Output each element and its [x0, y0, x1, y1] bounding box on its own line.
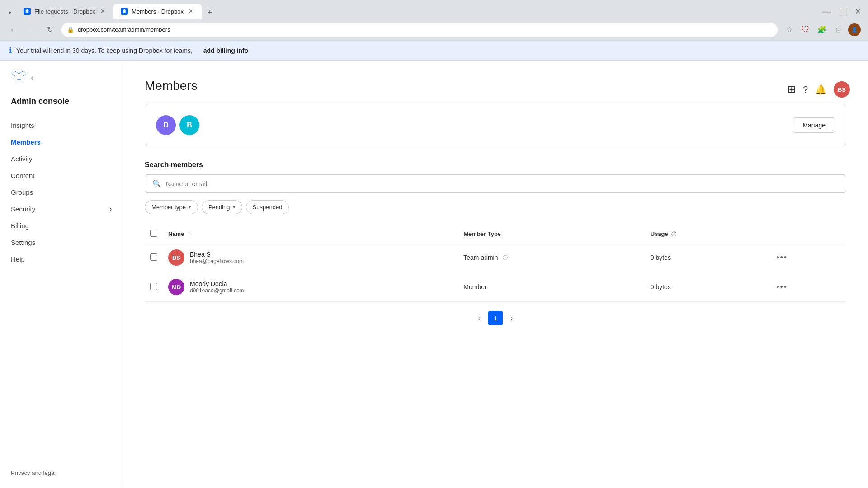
sidebar-item-content[interactable]: Content	[0, 167, 123, 184]
page-title: Members	[145, 79, 846, 93]
pagination-next-button[interactable]: ›	[505, 311, 519, 325]
usage-column-header: Usage ⓘ	[645, 225, 771, 243]
row2-usage: 0 bytes	[651, 283, 671, 291]
pending-chevron-icon: ▾	[233, 204, 236, 210]
sidebar-item-members[interactable]: Members	[0, 134, 123, 150]
forward-button[interactable]: →	[25, 23, 38, 36]
sidebar-item-billing[interactable]: Billing	[0, 217, 123, 234]
tab-favicon-2	[121, 8, 128, 15]
sidebar-toggle-icon[interactable]: ‹	[31, 72, 34, 84]
row1-usage-cell: 0 bytes	[645, 243, 771, 272]
security-label: Security	[11, 205, 35, 213]
row1-member-type: Team admin ⓘ	[463, 254, 640, 261]
member-avatars-list: D B	[156, 115, 199, 135]
suspended-filter-button[interactable]: Suspended	[246, 200, 289, 214]
usage-info-icon[interactable]: ⓘ	[671, 231, 676, 237]
tab-list-button[interactable]: ▾	[4, 6, 16, 19]
settings-label: Settings	[11, 239, 35, 246]
sidebar-item-groups[interactable]: Groups	[0, 184, 123, 201]
select-all-checkbox[interactable]	[150, 230, 157, 237]
groups-label: Groups	[11, 188, 33, 196]
member-avatar-d[interactable]: D	[156, 115, 176, 135]
row1-checkbox-cell	[145, 243, 163, 272]
row1-name-cell: BS Bhea S bhea@pageflows.com	[163, 243, 458, 272]
manage-button[interactable]: Manage	[793, 117, 835, 133]
user-avatar-button[interactable]: BS	[834, 81, 850, 98]
sidebar-item-activity[interactable]: Activity	[0, 150, 123, 167]
trial-message: Your trial will end in 30 days. To keep …	[16, 47, 193, 54]
row2-actions-cell: •••	[771, 272, 846, 302]
dropbox-logo[interactable]: ‹	[11, 70, 112, 86]
notifications-bell-button[interactable]: 🔔	[815, 84, 826, 95]
row2-checkbox-cell	[145, 272, 163, 302]
new-tab-button[interactable]: +	[203, 6, 216, 19]
help-label: Help	[11, 255, 25, 263]
lock-icon: 🔒	[67, 26, 74, 33]
address-icons: ☆ 🛡 🧩 ⊟ 👤	[783, 23, 861, 36]
pagination: ‹ 1 ›	[145, 302, 846, 334]
tab-close-1[interactable]: ✕	[99, 8, 106, 15]
back-button[interactable]: ←	[7, 23, 20, 36]
info-icon: ℹ	[9, 46, 12, 55]
main-content: ⊞ ? 🔔 BS Members D B Manage Search membe…	[123, 61, 868, 485]
row1-member-info: Bhea S bhea@pageflows.com	[190, 251, 244, 264]
filter-row: Member type ▾ Pending ▾ Suspended	[145, 200, 846, 214]
sidebar-item-settings[interactable]: Settings	[0, 234, 123, 251]
row2-name: Moody Deela	[190, 280, 244, 287]
member-avatar-b[interactable]: B	[179, 115, 199, 135]
sidebar-item-insights[interactable]: Insights	[0, 117, 123, 134]
sidebar-item-security[interactable]: Security ›	[0, 201, 123, 217]
close-button[interactable]: ✕	[855, 7, 861, 16]
address-text: dropbox.com/team/admin/members	[78, 26, 170, 33]
pagination-prev-button[interactable]: ‹	[472, 311, 486, 325]
row2-more-button[interactable]: •••	[776, 282, 788, 291]
row1-member-type-info-icon[interactable]: ⓘ	[503, 254, 508, 261]
privacy-legal-link[interactable]: Privacy and legal	[11, 469, 112, 476]
apps-grid-button[interactable]: ⊞	[788, 84, 796, 95]
row1-checkbox[interactable]	[150, 253, 157, 261]
row2-member-type: Member	[463, 283, 640, 291]
reload-button[interactable]: ↻	[43, 23, 56, 36]
tab-bar: ▾ File requests - Dropbox ✕ Members - Dr…	[0, 0, 868, 19]
address-bar-row: ← → ↻ 🔒 dropbox.com/team/admin/members ☆…	[0, 19, 868, 41]
pending-filter-button[interactable]: Pending ▾	[202, 200, 242, 214]
sidebar-logo: ‹	[0, 70, 123, 97]
maximize-button[interactable]: ⬜	[839, 7, 848, 16]
row1-email: bhea@pageflows.com	[190, 258, 244, 264]
search-input[interactable]	[166, 180, 839, 188]
row1-avatar: BS	[168, 249, 184, 266]
split-screen-button[interactable]: ⊟	[832, 23, 844, 36]
row2-member-cell: MD Moody Deela d901eace@gmail.com	[168, 279, 453, 295]
shield-icon[interactable]: 🛡	[799, 23, 812, 36]
member-type-filter-button[interactable]: Member type ▾	[145, 200, 198, 214]
tab-members[interactable]: Members - Dropbox ✕	[113, 4, 202, 19]
table-row: BS Bhea S bhea@pageflows.com Team admin …	[145, 243, 846, 272]
minimize-button[interactable]: —	[822, 6, 831, 17]
row2-checkbox[interactable]	[150, 283, 157, 290]
window-controls: — ⬜ ✕	[815, 4, 868, 19]
sidebar-item-help[interactable]: Help	[0, 251, 123, 267]
name-column-header[interactable]: Name ↑	[163, 225, 458, 243]
browser-chrome: ▾ File requests - Dropbox ✕ Members - Dr…	[0, 0, 868, 41]
sidebar: ‹ Admin console Insights Members Activit…	[0, 61, 123, 485]
profile-avatar[interactable]: 👤	[848, 23, 861, 36]
select-all-col	[145, 225, 163, 243]
row1-name: Bhea S	[190, 251, 244, 258]
tab-label-1: File requests - Dropbox	[34, 8, 95, 15]
row1-member-type-cell: Team admin ⓘ	[458, 243, 645, 272]
row2-name-cell: MD Moody Deela d901eace@gmail.com	[163, 272, 458, 302]
help-circle-button[interactable]: ?	[803, 84, 808, 95]
tab-file-requests[interactable]: File requests - Dropbox ✕	[16, 4, 113, 19]
search-box[interactable]: 🔍	[145, 174, 846, 193]
billing-label: Billing	[11, 222, 29, 230]
row2-usage-cell: 0 bytes	[645, 272, 771, 302]
address-box[interactable]: 🔒 dropbox.com/team/admin/members	[61, 23, 778, 37]
row2-member-type-cell: Member	[458, 272, 645, 302]
bookmark-button[interactable]: ☆	[783, 23, 796, 36]
extensions-button[interactable]: 🧩	[816, 23, 828, 36]
tab-close-2[interactable]: ✕	[187, 8, 194, 15]
pagination-page-1-button[interactable]: 1	[488, 311, 503, 325]
header-actions: ⊞ ? 🔔 BS	[788, 81, 850, 98]
row1-more-button[interactable]: •••	[776, 253, 788, 262]
add-billing-link[interactable]: add billing info	[203, 47, 249, 54]
